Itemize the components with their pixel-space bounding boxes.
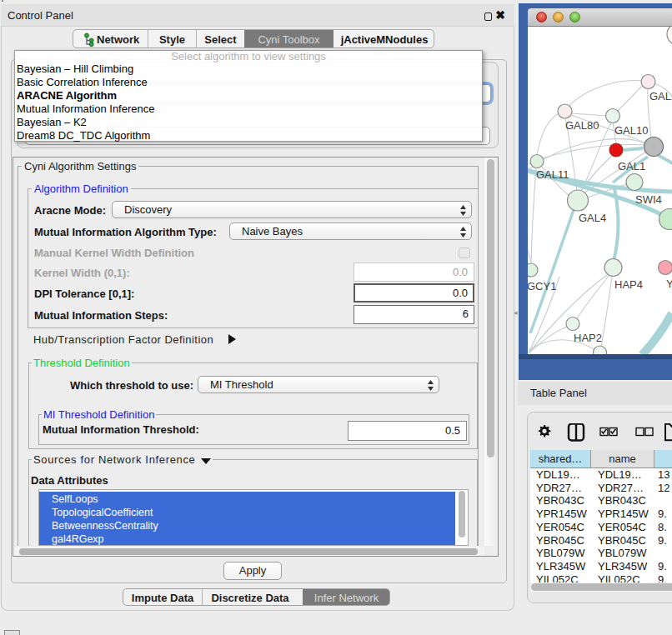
svg-text:Y: Y [666, 278, 672, 290]
svg-text:GAL1: GAL1 [618, 160, 645, 172]
svg-text:HAP4: HAP4 [614, 278, 643, 291]
svg-text:HAP2: HAP2 [574, 332, 602, 344]
svg-text:GAL4: GAL4 [579, 212, 606, 224]
svg-text:GAL10: GAL10 [614, 124, 648, 137]
svg-text:GAL2: GAL2 [649, 90, 672, 102]
svg-text:SWI4: SWI4 [635, 193, 662, 206]
svg-text:GAL80: GAL80 [565, 119, 599, 132]
svg-text:GCY1: GCY1 [528, 280, 556, 292]
svg-text:GAL11: GAL11 [536, 168, 569, 181]
